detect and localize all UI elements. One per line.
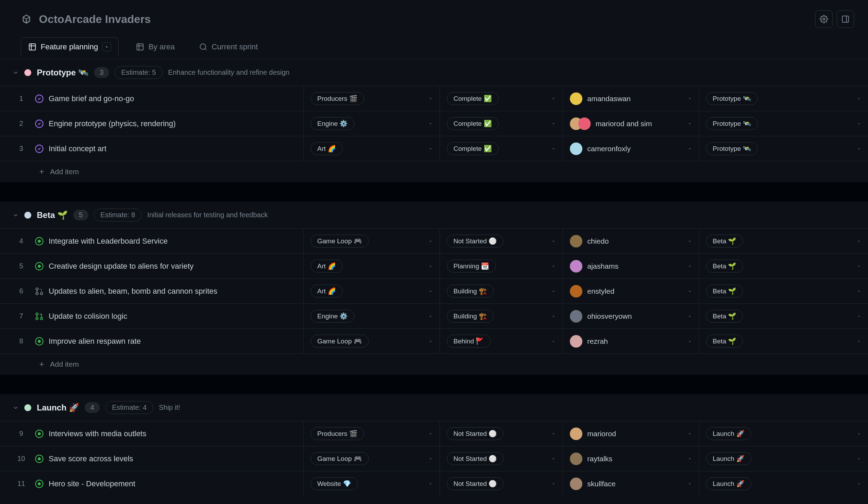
area-pill: Engine ⚙️ — [311, 310, 354, 323]
add-item-button[interactable]: Add item — [0, 353, 868, 375]
status-cell[interactable]: Complete ✅ — [440, 111, 563, 136]
group-color-dot — [24, 69, 31, 76]
status-cell[interactable]: Building 🏗️ — [440, 279, 563, 303]
issue-title[interactable]: Update to colision logic — [49, 312, 127, 321]
group-collapse-toggle[interactable] — [13, 405, 19, 411]
iteration-cell[interactable]: Beta 🌱 — [699, 229, 868, 253]
assignee-cell[interactable]: rezrah — [563, 329, 699, 353]
title-cell: 2 Engine prototype (physics, rendering) — [0, 111, 304, 136]
table-row[interactable]: 6 Updates to alien, beam, bomb and canno… — [0, 278, 868, 303]
table-row[interactable]: 4 Integrate with Leaderboard Service Gam… — [0, 228, 868, 253]
group-header: Beta 🌱 5 Estimate: 8 Initial releases fo… — [0, 202, 868, 228]
status-cell[interactable]: Planning 📆 — [440, 254, 563, 278]
tab-current-sprint[interactable]: Current sprint — [192, 38, 265, 56]
issue-title[interactable]: Updates to alien, beam, bomb and cannon … — [49, 287, 218, 296]
assignee-cell[interactable]: ajashams — [563, 254, 699, 278]
tab-feature-planning[interactable]: Feature planning — [21, 37, 118, 56]
title-cell: 3 Initial concept art — [0, 136, 304, 161]
assignee-cell[interactable]: amandaswan — [563, 86, 699, 111]
status-cell[interactable]: Not Started ⚪ — [440, 421, 563, 446]
group-collapse-toggle[interactable] — [13, 70, 19, 76]
tab-menu-toggle[interactable] — [102, 42, 111, 51]
table-row[interactable]: 10 Save score across levels Game Loop 🎮 … — [0, 446, 868, 471]
iteration-cell[interactable]: Prototype 🛰️ — [699, 86, 868, 111]
issue-title[interactable]: Hero site - Developement — [49, 479, 135, 488]
svg-point-9 — [200, 44, 206, 49]
table-row[interactable]: 7 Update to colision logic Engine ⚙️ Bui… — [0, 303, 868, 328]
table-row[interactable]: 3 Initial concept art Art 🌈 Complete ✅ c… — [0, 136, 868, 161]
issue-title[interactable]: Integrate with Leaderboard Service — [49, 237, 167, 246]
assignee-cell[interactable]: mariorod — [563, 421, 699, 446]
iteration-cell[interactable]: Beta 🌱 — [699, 329, 868, 353]
group-header: Prototype 🛰️ 3 Estimate: 5 Enhance funct… — [0, 59, 868, 86]
assignee-cell[interactable]: cameronfoxly — [563, 136, 699, 161]
assignee-cell[interactable]: mariorod and sim — [563, 111, 699, 136]
issue-title[interactable]: Engine prototype (physics, rendering) — [49, 119, 176, 128]
issue-title[interactable]: Initial concept art — [49, 144, 106, 153]
iteration-pill: Beta 🌱 — [706, 285, 743, 298]
avatar — [570, 335, 582, 348]
assignee-cell[interactable]: ohiosveryown — [563, 304, 699, 328]
iteration-cell[interactable]: Launch 🚀 — [699, 421, 868, 446]
status-cell[interactable]: Building 🏗️ — [440, 304, 563, 328]
area-cell[interactable]: Art 🌈 — [304, 136, 440, 161]
iteration-cell[interactable]: Prototype 🛰️ — [699, 136, 868, 161]
iteration-cell[interactable]: Beta 🌱 — [699, 279, 868, 303]
assignee-cell[interactable]: skullface — [563, 471, 699, 496]
title-cell: 8 Improve alien respawn rate — [0, 329, 304, 353]
area-cell[interactable]: Website 💎 — [304, 471, 440, 496]
status-cell[interactable]: Behind 🚩 — [440, 329, 563, 353]
iteration-pill: Beta 🌱 — [706, 235, 743, 247]
svg-point-24 — [36, 317, 38, 320]
avatar — [570, 235, 582, 247]
group-collapse-toggle[interactable] — [13, 212, 19, 218]
table-row[interactable]: 2 Engine prototype (physics, rendering) … — [0, 111, 868, 136]
table-row[interactable]: 1 Game brief and go-no-go Producers 🎬 Co… — [0, 86, 868, 111]
issue-title[interactable]: Game brief and go-no-go — [49, 94, 134, 103]
area-cell[interactable]: Engine ⚙️ — [304, 304, 440, 328]
issue-title[interactable]: Creative design update to aliens for var… — [49, 262, 194, 271]
area-cell[interactable]: Engine ⚙️ — [304, 111, 440, 136]
assignee-cell[interactable]: chiedo — [563, 229, 699, 253]
area-cell[interactable]: Game Loop 🎮 — [304, 446, 440, 471]
status-cell[interactable]: Not Started ⚪ — [440, 229, 563, 253]
status-cell[interactable]: Not Started ⚪ — [440, 471, 563, 496]
area-pill: Game Loop 🎮 — [311, 235, 369, 247]
settings-button[interactable] — [815, 10, 833, 28]
issue-title[interactable]: Improve alien respawn rate — [49, 337, 141, 346]
iteration-cell[interactable]: Beta 🌱 — [699, 254, 868, 278]
assignee-cell[interactable]: enstyled — [563, 279, 699, 303]
status-pill: Not Started ⚪ — [447, 235, 503, 247]
area-cell[interactable]: Producers 🎬 — [304, 421, 440, 446]
table-row[interactable]: 9 Interviews with media outlets Producer… — [0, 421, 868, 446]
group-separator — [0, 375, 868, 394]
issue-title[interactable]: Interviews with media outlets — [49, 429, 146, 438]
dropdown-icon — [551, 239, 556, 243]
status-pill: Building 🏗️ — [447, 310, 494, 323]
panel-toggle-button[interactable] — [837, 10, 854, 28]
tab-by-area[interactable]: By area — [129, 38, 182, 56]
area-cell[interactable]: Game Loop 🎮 — [304, 229, 440, 253]
assignee-cell[interactable]: raytalks — [563, 446, 699, 471]
status-cell[interactable]: Not Started ⚪ — [440, 446, 563, 471]
add-item-button[interactable]: Add item — [0, 161, 868, 182]
table-row[interactable]: 11 Hero site - Developement Website 💎 No… — [0, 471, 868, 496]
iteration-cell[interactable]: Launch 🚀 — [699, 446, 868, 471]
table-row[interactable]: 8 Improve alien respawn rate Game Loop 🎮… — [0, 328, 868, 353]
status-cell[interactable]: Complete ✅ — [440, 86, 563, 111]
area-cell[interactable]: Game Loop 🎮 — [304, 329, 440, 353]
chevron-down-icon — [13, 405, 19, 411]
status-cell[interactable]: Complete ✅ — [440, 136, 563, 161]
area-cell[interactable]: Art 🌈 — [304, 254, 440, 278]
iteration-cell[interactable]: Prototype 🛰️ — [699, 111, 868, 136]
issue-title[interactable]: Save score across levels — [49, 454, 133, 463]
table-row[interactable]: 5 Creative design update to aliens for v… — [0, 253, 868, 278]
row-number: 11 — [13, 480, 30, 488]
dropdown-icon — [857, 482, 861, 486]
iteration-cell[interactable]: Launch 🚀 — [699, 471, 868, 496]
header-actions — [815, 10, 854, 28]
area-cell[interactable]: Producers 🎬 — [304, 86, 440, 111]
status-pill: Complete ✅ — [447, 142, 499, 155]
area-cell[interactable]: Art 🌈 — [304, 279, 440, 303]
iteration-cell[interactable]: Beta 🌱 — [699, 304, 868, 328]
